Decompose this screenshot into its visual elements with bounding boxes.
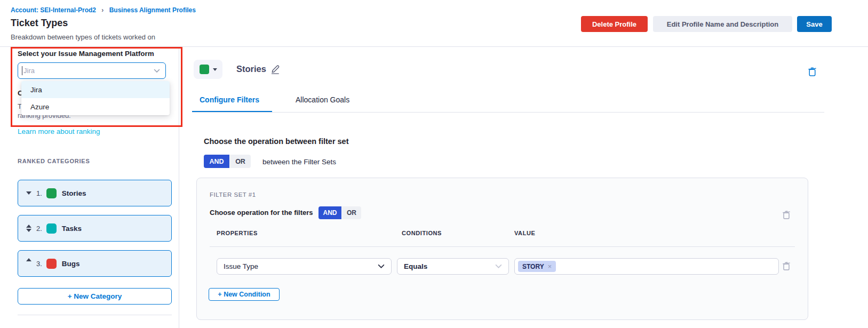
selected-category-title: Stories (236, 64, 266, 74)
sidebar-divider (179, 47, 179, 328)
operation-heading: Choose the operation between filter set (204, 137, 349, 146)
color-swatch (200, 65, 209, 74)
chevron-down-icon (154, 69, 160, 73)
filter-sets-operation-toggle: AND OR (204, 155, 251, 168)
delete-condition-trash-icon[interactable] (782, 261, 791, 271)
new-condition-button[interactable]: + New Condition (209, 288, 280, 301)
value-tag-story: STORY × (518, 261, 556, 272)
dropdown-option-jira[interactable]: Jira (21, 81, 170, 98)
operation-caption: between the Filter Sets (262, 158, 336, 166)
category-name: Tasks (62, 225, 82, 233)
page-title: Ticket Types (11, 18, 68, 29)
breadcrumb-separator-icon: › (101, 6, 103, 14)
and-button[interactable]: AND (204, 155, 229, 168)
text-cursor (22, 66, 22, 75)
rank-up-down-icon[interactable] (25, 225, 33, 232)
platform-dropdown-menu: Jira Azure (21, 81, 170, 115)
dropdown-option-azure[interactable]: Azure (21, 98, 170, 115)
condition-select-value: Equals (404, 262, 427, 270)
and-button[interactable]: AND (318, 206, 341, 219)
save-button[interactable]: Save (797, 16, 832, 32)
tab-configure-filters[interactable]: Configure Filters (200, 95, 259, 104)
category-card-bugs[interactable]: 3. Bugs (18, 250, 172, 277)
rank-up-icon[interactable] (25, 258, 33, 269)
delete-category-trash-icon[interactable] (808, 67, 817, 77)
tabs-divider (192, 112, 824, 113)
new-category-button[interactable]: + New Category (18, 288, 172, 305)
platform-select-input[interactable] (18, 62, 166, 79)
category-color-dot (46, 188, 57, 198)
chevron-down-icon (495, 264, 502, 269)
filter-set-card (196, 178, 808, 320)
category-rank: 1. (36, 189, 42, 197)
category-name: Bugs (62, 260, 80, 268)
category-rank: 2. (36, 225, 42, 233)
category-color-dot (46, 223, 57, 234)
edit-pencil-icon[interactable] (269, 63, 281, 75)
category-name: Stories (62, 189, 86, 197)
breadcrumb: Account: SEI-Internal-Prod2 › Business A… (11, 6, 196, 14)
or-button[interactable]: OR (342, 206, 361, 219)
delete-filter-set-trash-icon[interactable] (782, 210, 791, 220)
business-alignment-profile-page: Account: SEI-Internal-Prod2 › Business A… (0, 0, 868, 328)
ranked-categories-label: RANKED CATEGORIES (18, 158, 90, 164)
sidebar-bottom-divider (18, 315, 172, 315)
remove-tag-icon[interactable]: × (548, 263, 552, 270)
or-button[interactable]: OR (230, 155, 251, 168)
value-multiselect-field[interactable]: STORY × (514, 258, 779, 275)
property-select-value: Issue Type (224, 262, 258, 270)
filter-set-title: FILTER SET #1 (210, 191, 256, 198)
breadcrumb-account-link[interactable]: Account: SEI-Internal-Prod2 (11, 6, 96, 14)
rank-down-icon[interactable] (25, 191, 33, 195)
chevron-down-icon (378, 264, 385, 269)
column-header-properties: PROPERTIES (217, 230, 258, 236)
page-subtitle: Breakdown between types of tickets worke… (11, 33, 155, 41)
filters-operation-label: Choose operation for the filters (210, 209, 313, 217)
category-color-dot (46, 259, 57, 269)
value-tag-label: STORY (522, 263, 544, 270)
color-swatch-dropdown[interactable] (194, 60, 222, 79)
column-header-conditions: CONDITIONS (402, 230, 442, 236)
breadcrumb-profiles-link[interactable]: Business Alignment Profiles (109, 6, 196, 14)
tab-allocation-goals[interactable]: Allocation Goals (296, 95, 349, 104)
filter-columns-divider (210, 246, 795, 247)
caret-down-icon (213, 68, 217, 71)
learn-more-ranking-link[interactable]: Learn more about ranking (18, 127, 100, 135)
delete-profile-button[interactable]: Delete Profile (581, 16, 648, 32)
edit-profile-button[interactable]: Edit Profile Name and Description (653, 16, 792, 32)
category-rank: 3. (36, 260, 42, 268)
category-card-stories[interactable]: 1. Stories (18, 180, 172, 206)
header-divider (0, 46, 868, 47)
column-header-value: VALUE (514, 230, 535, 236)
platform-select-label: Select your Issue Management Platform (18, 50, 154, 58)
filters-operation-toggle: AND OR (318, 206, 361, 219)
property-select[interactable]: Issue Type (217, 258, 392, 275)
category-card-tasks[interactable]: 2. Tasks (18, 215, 172, 242)
condition-select[interactable]: Equals (397, 258, 509, 275)
